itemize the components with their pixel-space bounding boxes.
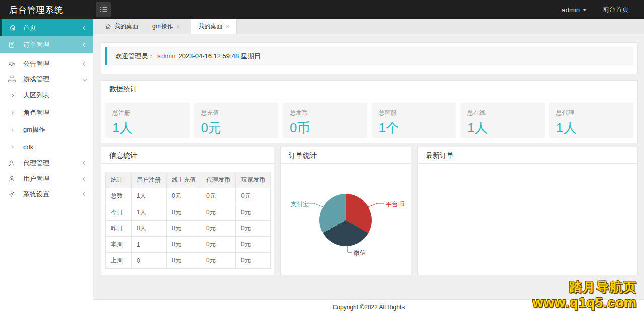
chevron-left-icon [83, 192, 87, 196]
latest-orders-panel: 最新订单 [417, 147, 638, 275]
cell: 0元 [201, 204, 236, 221]
footer: Copyright ©2022 All Rights [93, 299, 644, 314]
cell: 0元 [201, 188, 236, 204]
stat-value: 0币 [290, 119, 360, 137]
stat-value: 1人 [112, 119, 183, 137]
cell: 0 [132, 253, 167, 269]
cell: 1人 [132, 204, 167, 221]
stat-label: 总注册 [112, 109, 183, 117]
column-header: 代理发币 [201, 172, 236, 188]
stat-label: 总代理 [556, 109, 627, 117]
welcome-admin-name: admin [157, 52, 175, 60]
cell: 1 [132, 237, 167, 253]
table-row: 本周 1 0元 0元 0元 [106, 237, 271, 253]
chevron-left-icon [83, 61, 87, 65]
table-row: 总数 1人 0元 0元 0元 [106, 188, 271, 204]
sitemap-icon [0, 75, 23, 83]
welcome-message: 欢迎管理员： admin 2023-04-16 12:59:48 星期日 [105, 47, 633, 65]
panel-title: 订单统计 [281, 147, 411, 164]
tab-gm-operation[interactable]: gm操作 × [145, 19, 187, 34]
sidebar-subitem-gm-operation[interactable]: gm操作 [0, 121, 93, 138]
copyright-text: Copyright ©2022 All Rights [333, 304, 405, 311]
column-header: 玩家发币 [236, 172, 271, 188]
sidebar-subitem-label: 角色管理 [23, 108, 49, 117]
welcome-prefix: 欢迎管理员： [115, 52, 154, 61]
tab-my-desktop-active[interactable]: 我的桌面 × [191, 19, 237, 34]
cell: 今日 [106, 204, 132, 221]
column-header: 线上充值 [167, 172, 201, 188]
stat-label: 总在线 [467, 109, 538, 117]
cell: 0元 [201, 221, 236, 237]
top-header: 后台管理系统 admin 前台首页 [0, 0, 644, 19]
user-dropdown[interactable]: admin [562, 6, 587, 14]
sidebar-item-label: 用户管理 [23, 174, 83, 183]
panel-title: 信息统计 [101, 147, 274, 164]
welcome-panel: 欢迎管理员： admin 2023-04-16 12:59:48 星期日 [101, 42, 638, 74]
close-icon[interactable]: × [225, 23, 229, 30]
cell: 0元 [236, 221, 271, 237]
chevron-left-icon [83, 42, 87, 46]
order-icon [0, 41, 23, 48]
chevron-right-icon [10, 111, 13, 114]
cell: 本周 [106, 237, 132, 253]
info-stats-panel: 信息统计 统计 用户注册 线上充值 代理发币 玩家发币 [101, 147, 274, 275]
chevron-right-icon [10, 93, 13, 97]
sidebar-item-users[interactable]: 用户管理 [0, 171, 93, 186]
app-title: 后台管理系统 [0, 4, 93, 16]
sidebar-subitem-label: gm操作 [23, 125, 45, 134]
pie-label-wechat: 微信 [354, 249, 366, 257]
table-row: 今日 1人 0元 0元 0元 [106, 204, 271, 221]
sidebar-subitem-cdk[interactable]: cdk [0, 138, 93, 155]
cell: 0元 [167, 253, 201, 269]
stat-value: 1人 [467, 119, 538, 137]
info-stats-table: 统计 用户注册 线上充值 代理发币 玩家发币 总数 1人 0元 0元 [105, 172, 271, 269]
cell: 0元 [201, 237, 236, 253]
menu-toggle-button[interactable] [96, 2, 111, 17]
close-icon[interactable]: × [176, 23, 180, 30]
bottom-panels: 信息统计 统计 用户注册 线上充值 代理发币 玩家发币 [101, 147, 638, 275]
sidebar-item-label: 公告管理 [23, 59, 83, 68]
panel-title: 数据统计 [101, 81, 637, 97]
cell: 0元 [167, 221, 201, 237]
sidebar-item-settings[interactable]: 系统设置 [0, 186, 93, 202]
list-icon [100, 6, 108, 13]
user-icon [0, 175, 23, 182]
stat-card-total-recharge: 总充值 0元 [194, 103, 279, 138]
sidebar: 首页 订单管理 公告管理 游戏管理 大区列表 [0, 19, 93, 314]
cell: 0元 [236, 204, 271, 221]
chevron-left-icon [83, 161, 87, 165]
sidebar-subitem-role-management[interactable]: 角色管理 [0, 104, 93, 121]
sidebar-item-games[interactable]: 游戏管理 [0, 71, 93, 87]
sidebar-item-announcements[interactable]: 公告管理 [0, 56, 93, 71]
tab-my-desktop-home[interactable]: 我的桌面 [98, 19, 145, 34]
cell: 昨日 [106, 221, 132, 237]
cell: 0元 [236, 253, 271, 269]
chevron-left-icon [83, 26, 87, 30]
cell: 0元 [167, 188, 201, 204]
home-icon [2, 24, 23, 31]
frontend-home-link[interactable]: 前台首页 [603, 5, 629, 14]
cell: 0元 [201, 253, 236, 269]
chevron-down-icon [83, 77, 87, 81]
sidebar-item-agents[interactable]: 代理管理 [0, 155, 93, 171]
cell: 上周 [106, 253, 132, 269]
gear-icon [0, 191, 23, 198]
sidebar-item-label: 游戏管理 [23, 75, 83, 84]
sidebar-subitem-server-list[interactable]: 大区列表 [0, 87, 93, 104]
cell: 0元 [167, 237, 201, 253]
stat-cards: 总注册 1人 总充值 0元 总发币 0币 总区服 1个 总在线 1人 [101, 97, 637, 143]
stat-card-total-servers: 总区服 1个 [372, 103, 456, 138]
stat-card-total-online: 总在线 1人 [460, 103, 545, 138]
agent-icon [0, 160, 23, 167]
sidebar-item-home[interactable]: 首页 [0, 19, 93, 36]
stat-label: 总区服 [379, 109, 449, 117]
sidebar-item-label: 首页 [23, 23, 83, 32]
sidebar-item-orders[interactable]: 订单管理 [0, 36, 93, 53]
stat-card-total-agents: 总代理 1人 [549, 103, 634, 138]
cell: 0元 [236, 237, 271, 253]
table-row: 昨日 0人 0元 0元 0元 [106, 221, 271, 237]
cell: 0元 [167, 204, 201, 221]
tab-label: gm操作 [152, 22, 173, 31]
cell: 0人 [132, 221, 167, 237]
stat-value: 0元 [201, 119, 272, 137]
